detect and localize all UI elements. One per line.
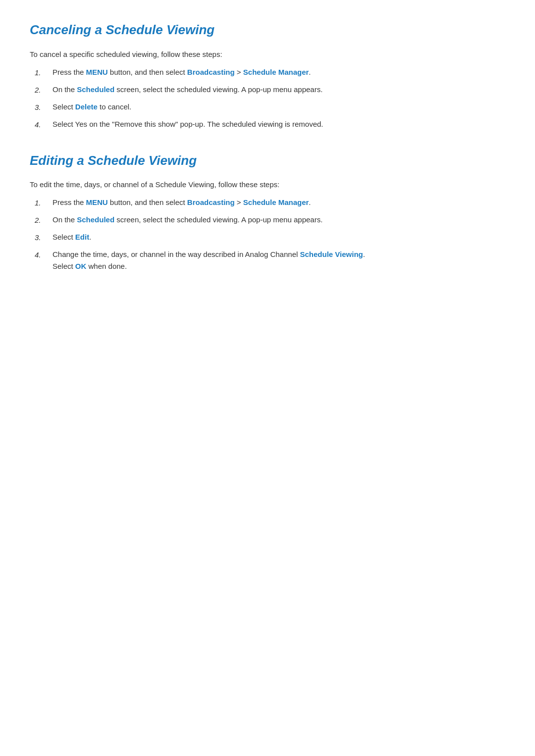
edit-step-1: 1. Press the MENU button, and then selec… — [35, 197, 505, 209]
ok-link: OK — [75, 262, 87, 270]
cancel-step-1-content: Press the MENU button, and then select B… — [53, 66, 505, 78]
edit-step-number-2: 2. — [35, 214, 53, 226]
edit-step-3: 3. Select Edit. — [35, 231, 505, 244]
edit-section: Editing a Schedule Viewing To edit the t… — [30, 151, 505, 273]
schedule-viewing-link: Schedule Viewing — [300, 250, 363, 258]
cancel-step-3: 3. Select Delete to cancel. — [35, 101, 505, 113]
cancel-intro: To cancel a specific scheduled viewing, … — [30, 49, 505, 60]
scheduled-link-2: Scheduled — [77, 215, 114, 224]
schedule-manager-link-1: Schedule Manager — [243, 68, 309, 76]
cancel-step-1: 1. Press the MENU button, and then selec… — [35, 66, 505, 79]
cancel-step-2-content: On the Scheduled screen, select the sche… — [53, 84, 505, 96]
cancel-step-4-content: Select Yes on the "Remove this show" pop… — [53, 118, 505, 130]
cancel-step-4: 4. Select Yes on the "Remove this show" … — [35, 118, 505, 131]
step-number-2: 2. — [35, 84, 53, 96]
edit-step-number-4: 4. — [35, 249, 53, 261]
edit-step-number-3: 3. — [35, 231, 53, 244]
cancel-section: Canceling a Schedule Viewing To cancel a… — [30, 20, 505, 131]
edit-step-2-content: On the Scheduled screen, select the sche… — [53, 214, 505, 226]
cancel-step-2: 2. On the Scheduled screen, select the s… — [35, 84, 505, 96]
edit-step-4-content: Change the time, days, or channel in the… — [53, 249, 505, 272]
menu-highlight-1: MENU — [86, 68, 108, 76]
edit-link: Edit — [75, 233, 89, 241]
delete-link: Delete — [75, 102, 98, 111]
edit-step-2: 2. On the Scheduled screen, select the s… — [35, 214, 505, 226]
cancel-step-3-content: Select Delete to cancel. — [53, 101, 505, 113]
step-number-1: 1. — [35, 66, 53, 79]
edit-intro: To edit the time, days, or channel of a … — [30, 179, 505, 191]
step-number-4: 4. — [35, 118, 53, 131]
step-number-3: 3. — [35, 101, 53, 113]
edit-step-number-1: 1. — [35, 197, 53, 209]
menu-highlight-2: MENU — [86, 198, 108, 206]
schedule-manager-link-2: Schedule Manager — [243, 198, 309, 206]
edit-step-4: 4. Change the time, days, or channel in … — [35, 249, 505, 272]
cancel-section-title: Canceling a Schedule Viewing — [30, 20, 505, 41]
broadcasting-link-1: Broadcasting — [187, 68, 235, 76]
broadcasting-link-2: Broadcasting — [187, 198, 235, 206]
cancel-steps-list: 1. Press the MENU button, and then selec… — [30, 66, 505, 131]
edit-step-1-content: Press the MENU button, and then select B… — [53, 197, 505, 208]
scheduled-link-1: Scheduled — [77, 85, 114, 94]
edit-section-title: Editing a Schedule Viewing — [30, 151, 505, 171]
edit-step-3-content: Select Edit. — [53, 231, 505, 243]
edit-steps-list: 1. Press the MENU button, and then selec… — [30, 197, 505, 272]
